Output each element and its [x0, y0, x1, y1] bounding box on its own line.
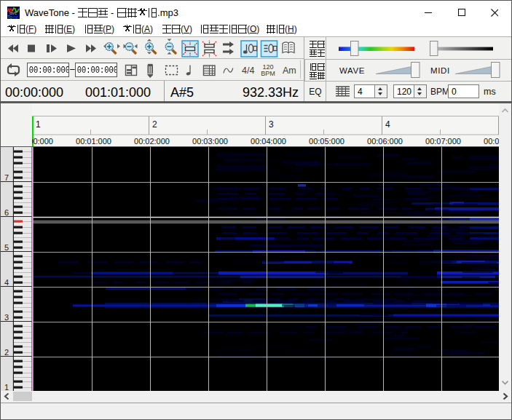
svg-text:2: 2: [152, 119, 157, 130]
svg-text:ne: ne: [13, 15, 19, 20]
svg-text:5: 5: [4, 243, 9, 252]
svg-text:00:03:000: 00:03:000: [192, 137, 228, 146]
svg-text:MIDI: MIDI: [430, 66, 450, 75]
svg-text:4: 4: [385, 119, 390, 130]
svg-text:00:02:000: 00:02:000: [134, 137, 170, 146]
svg-text:00:07:000: 00:07:000: [425, 137, 461, 146]
svg-text:3: 3: [269, 119, 274, 130]
svg-text:2: 2: [4, 348, 9, 357]
svg-text:00:05:000: 00:05:000: [309, 137, 344, 146]
svg-text:WAVE: WAVE: [339, 66, 365, 75]
svg-text:BPM: BPM: [261, 70, 275, 77]
svg-text:00:00:000: 00:00:000: [17, 137, 53, 146]
svg-text:00:06:000: 00:06:000: [367, 137, 403, 146]
svg-text:6: 6: [4, 208, 9, 217]
svg-text:3: 3: [4, 313, 9, 322]
svg-text:00:01:000: 00:01:000: [76, 137, 111, 146]
svg-text:120: 120: [262, 63, 273, 71]
svg-text:1: 1: [4, 383, 9, 391]
svg-text:To: To: [7, 15, 12, 20]
svg-text:4: 4: [4, 278, 9, 287]
svg-text:Am: Am: [283, 66, 296, 76]
svg-text:4/4: 4/4: [242, 66, 254, 76]
svg-text:7: 7: [4, 173, 9, 182]
svg-text:00:04:000: 00:04:000: [251, 137, 286, 146]
svg-text:1: 1: [36, 119, 41, 130]
